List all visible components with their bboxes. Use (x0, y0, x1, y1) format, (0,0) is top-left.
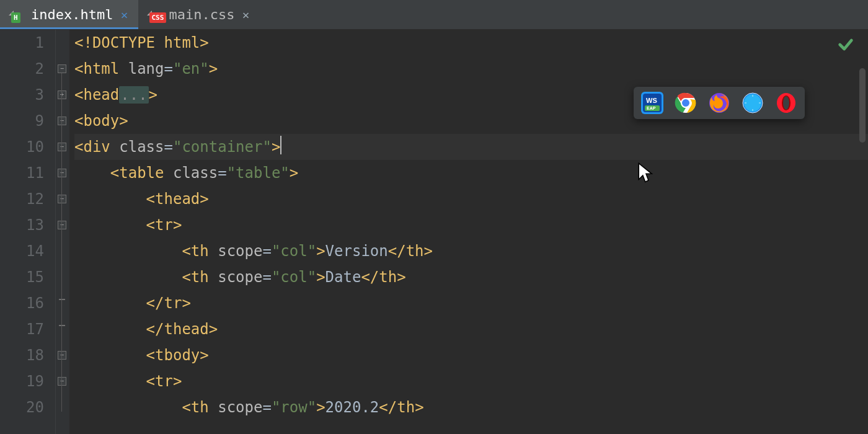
line-number[interactable]: 9 (0, 108, 44, 134)
analysis-ok-icon[interactable] (837, 36, 854, 58)
firefox-icon[interactable] (708, 92, 730, 114)
fold-collapse-icon[interactable]: − (58, 117, 66, 125)
code-line[interactable]: <table class="table"> (74, 160, 868, 186)
vertical-scrollbar[interactable] (859, 68, 866, 143)
line-number[interactable]: 15 (0, 264, 44, 290)
line-number[interactable]: 12 (0, 186, 44, 212)
svg-point-11 (744, 94, 761, 112)
safari-icon[interactable] (742, 92, 764, 114)
code-line[interactable]: <tr> (74, 368, 868, 394)
line-number[interactable]: 17 (0, 316, 44, 342)
fold-collapse-icon[interactable]: − (58, 143, 66, 151)
svg-point-20 (783, 96, 789, 110)
line-number[interactable]: 2 (0, 56, 44, 82)
code-line[interactable]: <!DOCTYPE html> (74, 30, 868, 56)
fold-collapse-icon[interactable]: − (58, 377, 66, 386)
fold-collapse-icon[interactable] (59, 299, 65, 300)
browser-preview-toolbar: WSEAP (634, 87, 805, 119)
line-number[interactable]: 20 (0, 394, 44, 420)
close-icon[interactable]: × (119, 7, 129, 22)
line-number[interactable]: 18 (0, 342, 44, 368)
html-file-icon: H (9, 7, 25, 23)
line-number[interactable]: 3 (0, 82, 44, 108)
fold-column[interactable]: −+−−−−−−− (56, 30, 69, 434)
line-number[interactable]: 19 (0, 368, 44, 394)
line-number[interactable]: 1 (0, 30, 44, 56)
tab-main-css[interactable]: CSS main.css × (138, 0, 260, 29)
line-number[interactable]: 13 (0, 212, 44, 238)
code-line[interactable]: <th scope="col">Date</th> (74, 264, 868, 290)
code-line[interactable]: <th scope="col">Version</th> (74, 238, 868, 264)
opera-icon[interactable] (775, 92, 797, 114)
webstorm-preview-icon[interactable]: WSEAP (641, 92, 663, 114)
fold-collapse-icon[interactable]: − (58, 351, 66, 360)
css-file-icon: CSS (147, 7, 163, 23)
fold-collapse-icon[interactable] (59, 325, 65, 326)
line-number-gutter[interactable]: 12391011121314151617181920 (0, 30, 56, 434)
tab-label: main.css (169, 7, 235, 22)
code-line[interactable]: </thead> (74, 316, 868, 342)
fold-collapse-icon[interactable]: − (58, 64, 66, 73)
line-number[interactable]: 11 (0, 160, 44, 186)
svg-text:EAP: EAP (647, 106, 656, 110)
chrome-icon[interactable] (675, 92, 697, 114)
line-number[interactable]: 16 (0, 290, 44, 316)
code-editor[interactable]: 12391011121314151617181920 −+−−−−−−− <!D… (0, 30, 868, 434)
fold-collapse-icon[interactable]: − (58, 221, 66, 229)
svg-text:WS: WS (646, 97, 657, 104)
code-line[interactable]: <html lang="en"> (74, 56, 868, 82)
fold-expand-icon[interactable]: + (58, 91, 66, 99)
line-number[interactable]: 10 (0, 134, 44, 160)
code-line[interactable]: <tbody> (74, 342, 868, 368)
tab-label: index.html (31, 7, 113, 22)
code-line[interactable]: <div class="container"> (74, 134, 868, 160)
fold-collapse-icon[interactable]: − (58, 169, 66, 177)
tab-index-html[interactable]: H index.html × (0, 0, 138, 29)
close-icon[interactable]: × (241, 7, 250, 22)
fold-collapse-icon[interactable]: − (58, 195, 66, 203)
code-line[interactable]: <th scope="row">2020.2</th> (74, 394, 868, 420)
line-number[interactable]: 14 (0, 238, 44, 264)
code-line[interactable]: </tr> (74, 290, 868, 316)
editor-tabs: H index.html × CSS main.css × (0, 0, 868, 30)
code-line[interactable]: <thead> (74, 186, 868, 212)
code-line[interactable]: <tr> (74, 212, 868, 238)
